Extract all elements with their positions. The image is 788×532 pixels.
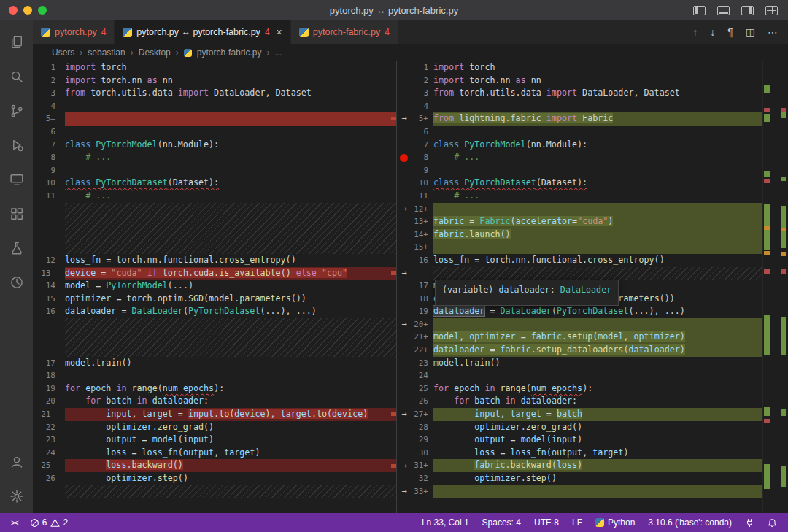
line-number[interactable]: 3 <box>412 87 433 100</box>
code-line[interactable]: 18 <box>33 369 396 382</box>
code-line[interactable] <box>33 318 396 331</box>
code-line[interactable]: 19for epoch in range(num_epochs): <box>33 382 396 396</box>
close-button[interactable] <box>9 6 18 15</box>
code-line[interactable]: 13+fabric = Fabric(accelerator="cuda") <box>412 215 762 228</box>
cursor-position[interactable]: Ln 33, Col 1 <box>418 517 473 528</box>
editor-tab-3[interactable]: pytorch-fabric.py4 <box>291 20 398 44</box>
code-line[interactable]: 22+dataloader = fabric.setup_dataloaders… <box>412 344 762 357</box>
tab-close-button[interactable]: × <box>277 27 282 37</box>
line-number[interactable] <box>33 228 65 242</box>
code-line[interactable]: 12+ <box>412 203 762 216</box>
line-number[interactable]: 18 <box>33 369 65 382</box>
split-editor-icon[interactable]: ◫ <box>746 27 755 37</box>
code-line[interactable]: 29 output = model(input) <box>412 433 762 447</box>
code-line[interactable]: 22 optimizer.zero_grad() <box>33 421 396 434</box>
remote-explorer-icon[interactable] <box>0 162 33 196</box>
next-change-icon[interactable]: ↓ <box>710 27 715 37</box>
line-number[interactable] <box>412 267 433 280</box>
plug-indicator[interactable] <box>741 518 758 528</box>
line-number[interactable]: 26 <box>33 472 65 485</box>
line-number[interactable]: 11 <box>33 190 65 203</box>
account-icon[interactable] <box>0 444 33 479</box>
line-number[interactable]: 8 <box>33 151 65 164</box>
line-number[interactable]: 17 <box>412 280 433 293</box>
toggle-whitespace-icon[interactable]: ¶ <box>727 27 733 37</box>
line-number[interactable]: 12+ <box>412 203 433 216</box>
code-line[interactable] <box>33 228 396 242</box>
line-number[interactable]: 29 <box>412 433 433 447</box>
line-number[interactable]: 14+ <box>412 228 433 242</box>
line-number[interactable]: 22 <box>33 421 65 434</box>
code-line[interactable]: 25— loss.backward() <box>33 459 396 472</box>
diff-change-arrow[interactable]: → <box>397 318 412 331</box>
code-line[interactable]: 10class PyTorchDataset(Dataset): <box>412 177 762 190</box>
code-line[interactable]: 3from torch.utils.data import DataLoader… <box>33 87 396 100</box>
line-number[interactable]: 16 <box>33 305 65 318</box>
code-line[interactable]: 23model.train() <box>412 357 762 370</box>
code-line[interactable] <box>33 485 396 498</box>
code-line[interactable]: 24 <box>412 369 762 382</box>
diff-change-arrow[interactable]: → <box>397 485 412 498</box>
code-line[interactable] <box>33 344 396 357</box>
diff-change-arrow[interactable]: → <box>397 267 412 280</box>
line-number[interactable]: 6 <box>33 126 65 139</box>
line-number[interactable]: 9 <box>412 164 433 177</box>
code-line[interactable]: 26 for batch in dataloader: <box>412 395 762 408</box>
code-line[interactable]: 20 for batch in dataloader: <box>33 395 396 408</box>
line-number[interactable] <box>33 344 65 357</box>
line-number[interactable]: 25— <box>33 459 65 472</box>
line-number[interactable]: 19 <box>33 382 65 396</box>
code-line[interactable]: 26 optimizer.step() <box>33 472 396 485</box>
line-number[interactable]: 30 <box>412 447 433 460</box>
code-line[interactable]: 5— <box>33 112 396 126</box>
line-number[interactable]: 1 <box>412 61 433 74</box>
line-number[interactable]: 13+ <box>412 215 433 228</box>
original-editor-pane[interactable]: 1import torch2import torch.nn as nn3from… <box>33 61 396 513</box>
code-line[interactable]: 11 # ... <box>412 190 762 203</box>
code-line[interactable] <box>412 267 762 280</box>
breadcrumb-more[interactable]: ... <box>274 47 282 58</box>
line-number[interactable]: 23 <box>412 357 433 370</box>
code-line[interactable]: 31+ fabric.backward(loss) <box>412 459 762 472</box>
indentation[interactable]: Spaces: 4 <box>479 517 525 528</box>
code-line[interactable]: 7class PyTorchModel(nn.Module): <box>33 139 396 152</box>
zoom-button[interactable] <box>38 6 47 15</box>
diff-change-arrow[interactable]: → <box>397 408 412 421</box>
line-number[interactable]: 20+ <box>412 318 433 331</box>
line-number[interactable]: 7 <box>33 139 65 152</box>
line-number[interactable]: 7 <box>412 139 433 152</box>
line-number[interactable]: 24 <box>412 369 433 382</box>
line-number[interactable]: 10 <box>33 177 65 190</box>
code-line[interactable]: 3from torch.utils.data import DataLoader… <box>412 87 762 100</box>
minimap[interactable] <box>762 61 788 513</box>
line-number[interactable]: 28 <box>412 421 433 434</box>
line-number[interactable] <box>33 215 65 228</box>
line-number[interactable]: 21— <box>33 408 65 421</box>
code-line[interactable]: 15optimizer = torch.optim.SGD(model.para… <box>33 293 396 306</box>
code-line[interactable]: 13—device = "cuda" if torch.cuda.is_avai… <box>33 267 396 280</box>
code-line[interactable]: 21+model, optimizer = fabric.setup(model… <box>412 331 762 344</box>
code-line[interactable]: 27+ input, target = batch <box>412 408 762 421</box>
problems-status[interactable]: 6 2 <box>26 517 72 528</box>
line-number[interactable]: 19 <box>412 305 433 318</box>
code-line[interactable]: 19dataloader = DataLoader(PyTorchDataset… <box>412 305 762 318</box>
line-number[interactable] <box>33 331 65 344</box>
search-icon[interactable] <box>0 59 33 93</box>
clock-icon[interactable] <box>0 265 33 299</box>
code-line[interactable]: 7class PyTorchModel(nn.Module): <box>412 139 762 152</box>
diff-change-arrow[interactable]: → <box>397 460 412 473</box>
source-control-icon[interactable] <box>0 93 33 128</box>
line-number[interactable]: 4 <box>412 100 433 113</box>
code-line[interactable]: 2import torch.nn as nn <box>412 74 762 88</box>
code-line[interactable]: 30 loss = loss_fn(output, target) <box>412 447 762 460</box>
breadcrumb-item[interactable]: Desktop <box>139 47 171 58</box>
line-number[interactable]: 26 <box>412 395 433 408</box>
code-line[interactable]: 1import torch <box>33 61 396 74</box>
code-line[interactable] <box>33 241 396 254</box>
settings-icon[interactable] <box>0 479 33 513</box>
run-debug-icon[interactable] <box>0 128 33 162</box>
code-line[interactable]: 8 # ... <box>412 151 762 164</box>
code-line[interactable]: 6 <box>412 126 762 139</box>
extensions-icon[interactable] <box>0 196 33 231</box>
line-number[interactable]: 21+ <box>412 331 433 344</box>
